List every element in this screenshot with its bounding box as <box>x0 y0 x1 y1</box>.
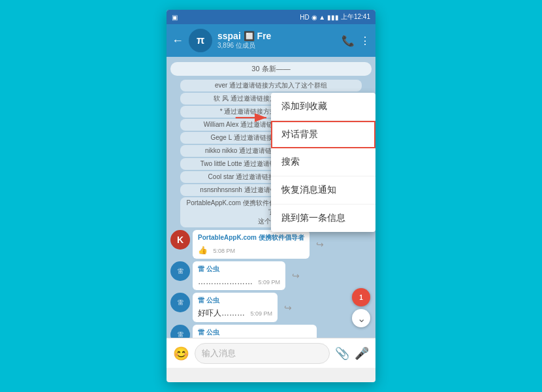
scroll-down-button[interactable]: ⌄ <box>352 309 370 327</box>
menu-item-jump-first[interactable]: 跳到第一条信息 <box>271 204 375 232</box>
msg-bubble-1: PortableAppK.com 便携软件倡导者 👍 5:08 PM <box>193 230 310 259</box>
system-msg-1: ever 通过邀请链接方式加入了这个群组 <box>180 80 361 91</box>
more-icon[interactable]: ⋮ <box>360 35 370 47</box>
menu-item-chat-background[interactable]: 对话背景 <box>271 121 375 148</box>
forward-icon-4[interactable]: ↪ <box>321 333 334 338</box>
member-count: 3,896 位成员 <box>217 41 336 50</box>
status-right: HD ◉ ▲ ▮▮▮ 上午12:41 <box>300 12 370 22</box>
group-name: sspai 🔲 Fre <box>217 31 336 41</box>
msg-bubble-3: 雷 公虫 好吓人……… 5:09 PM <box>193 293 278 322</box>
new-messages-bar: 30 条新—— <box>170 62 372 76</box>
status-left: ▣ <box>172 14 178 21</box>
message-1: K PortableAppK.com 便携软件倡导者 👍 5:08 PM ↪ <box>170 230 372 259</box>
phone-frame: ▣ HD ◉ ▲ ▮▮▮ 上午12:41 ← π sspai 🔲 Fre 3,8… <box>167 10 375 382</box>
msg-avatar-4: 雷 <box>170 325 190 338</box>
back-button[interactable]: ← <box>172 34 183 48</box>
bottom-bar: 😊 输入消息 📎 🎤 <box>167 338 375 368</box>
emoji-icon[interactable]: 😊 <box>173 346 189 361</box>
header: ← π sspai 🔲 Fre 3,896 位成员 📞 ⋮ <box>167 24 375 57</box>
msg-avatar-3: 雷 <box>170 293 190 312</box>
msg-sender-4: 雷 公虫 <box>198 328 311 337</box>
message-3: 雷 雷 公虫 好吓人……… 5:09 PM ↪ <box>170 293 372 322</box>
dropdown-menu: 添加到收藏 对话背景 搜索 恢复消息通知 跳到第一条信息 <box>271 93 375 232</box>
msg-text-2: ………………… <box>198 277 253 286</box>
message-input[interactable]: 输入消息 <box>195 343 330 364</box>
status-icon: ▣ <box>172 14 178 21</box>
menu-item-search[interactable]: 搜索 <box>271 148 375 176</box>
header-icons: 📞 ⋮ <box>342 35 370 47</box>
attach-icon[interactable]: 📎 <box>335 346 349 361</box>
input-placeholder: 输入消息 <box>202 348 236 359</box>
status-time: 上午12:41 <box>341 12 370 22</box>
status-bar: ▣ HD ◉ ▲ ▮▮▮ 上午12:41 <box>167 10 375 24</box>
menu-item-add-favorites[interactable]: 添加到收藏 <box>271 93 375 121</box>
forward-icon-1[interactable]: ↪ <box>313 238 327 251</box>
forward-icon-3[interactable]: ↪ <box>281 301 295 314</box>
msg-avatar-1: K <box>170 230 190 250</box>
msg-bubble-2: 雷 公虫 ………………… 5:09 PM <box>193 261 285 290</box>
msg-text-1: 👍 <box>198 246 208 255</box>
red-arrow-indicator <box>233 108 272 127</box>
msg-sender-1: PortableAppK.com 便携软件倡导者 <box>198 233 304 242</box>
header-info: sspai 🔲 Fre 3,896 位成员 <box>217 31 336 50</box>
msg-time-3: 5:09 PM <box>250 310 272 317</box>
call-icon[interactable]: 📞 <box>342 35 355 47</box>
forward-icon-2[interactable]: ↪ <box>289 269 302 282</box>
msg-time-1: 5:08 PM <box>213 248 235 254</box>
menu-item-restore-notifications[interactable]: 恢复消息通知 <box>271 176 375 204</box>
chat-area: 30 条新—— ever 通过邀请链接方式加入了这个群组 软 风 通过邀请链接方… <box>167 57 375 338</box>
msg-time-2: 5:09 PM <box>258 279 280 286</box>
msg-bubble-4: 雷 公虫 一下子……这么多……… 5:09 PM <box>193 325 317 338</box>
msg-sender-2: 雷 公虫 <box>198 265 280 274</box>
group-avatar: π <box>189 29 212 52</box>
message-2: 雷 雷 公虫 ………………… 5:09 PM ↪ <box>170 261 372 290</box>
unread-badge[interactable]: 1 <box>352 288 370 306</box>
msg-text-3: 好吓人……… <box>198 308 245 318</box>
status-info: HD ◉ ▲ ▮▮▮ <box>300 14 339 21</box>
msg-avatar-2: 雷 <box>170 261 190 281</box>
message-4: 雷 雷 公虫 一下子……这么多……… 5:09 PM ↪ <box>170 325 372 338</box>
mic-icon[interactable]: 🎤 <box>355 346 369 361</box>
msg-sender-3: 雷 公虫 <box>198 296 272 305</box>
